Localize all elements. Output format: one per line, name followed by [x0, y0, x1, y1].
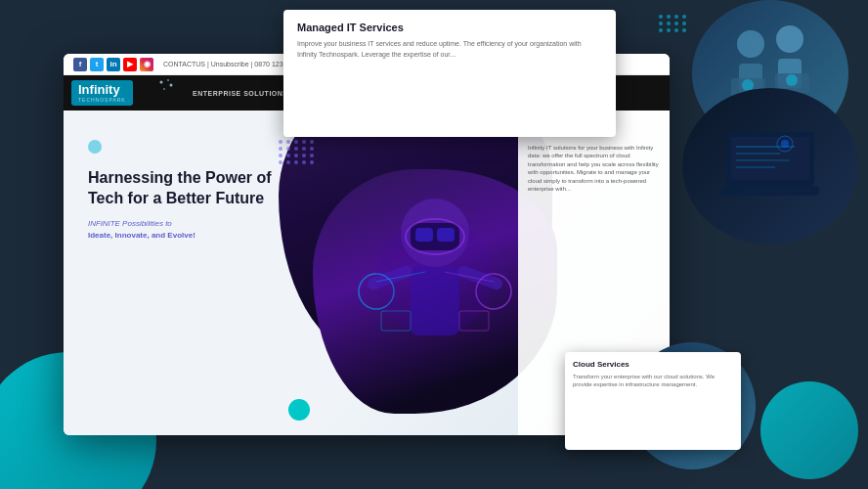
browser-secondary: Managed IT Services Improve your busines… [283, 10, 616, 137]
svg-point-20 [163, 88, 165, 90]
linkedin-icon[interactable]: in [107, 58, 120, 71]
svg-point-0 [737, 30, 764, 58]
nav-enterprise-solutions[interactable]: ENTERPRISE SOLUTIONS [193, 90, 293, 97]
hero-deco-circle [88, 140, 102, 154]
logo-star-dots [156, 77, 176, 97]
svg-point-15 [781, 140, 789, 148]
logo-sub: TECHNOSPARK [78, 97, 126, 103]
secondary-panel-text: Improve your business IT services and re… [297, 39, 602, 60]
laptop-image-right [682, 88, 858, 244]
hero-tagline: INFiNITE Possibilities to [88, 219, 298, 228]
svg-point-18 [167, 79, 169, 81]
hero-tagline-bold: Ideate, Innovate, and Evolve! [88, 231, 298, 240]
instagram-icon[interactable]: ◉ [140, 58, 153, 71]
hero-teal-circle [288, 399, 310, 421]
browser-bottom-right: Cloud Services Transform your enterprise… [565, 352, 741, 450]
svg-point-19 [170, 84, 173, 87]
svg-point-35 [376, 218, 494, 335]
svg-point-2 [776, 25, 803, 53]
dots-decoration-hero [279, 140, 315, 164]
bottom-panel-title: Cloud Services [573, 360, 733, 369]
logo-area: Infinity TECHNOSPARK [64, 75, 181, 111]
logo-text: Infinity [78, 83, 126, 96]
right-panel-text: Infinity IT solutions for your business … [528, 144, 660, 193]
facebook-icon[interactable]: f [73, 58, 87, 71]
svg-rect-16 [721, 186, 819, 196]
social-icons: f t in ▶ ◉ [73, 58, 153, 71]
svg-point-17 [160, 81, 163, 84]
deco-circle-bottom-right [760, 381, 858, 479]
bottom-panel-text: Transform your enterprise with our cloud… [573, 373, 733, 389]
youtube-icon[interactable]: ▶ [123, 58, 137, 71]
vr-person-svg [347, 184, 523, 399]
svg-rect-9 [731, 137, 809, 180]
twitter-icon[interactable]: t [90, 58, 104, 71]
laptop-illustration [707, 103, 834, 230]
dots-decoration-top-right [659, 15, 687, 32]
secondary-panel-title: Managed IT Services [297, 22, 602, 33]
logo-box: Infinity TECHNOSPARK [71, 80, 133, 106]
top-bar-contact: CONTACTUS | Unsubscribe | 0870 123 456 [163, 61, 296, 67]
hero-title: Harnessing the Power of Tech for a Bette… [88, 168, 298, 209]
svg-point-7 [786, 74, 798, 86]
